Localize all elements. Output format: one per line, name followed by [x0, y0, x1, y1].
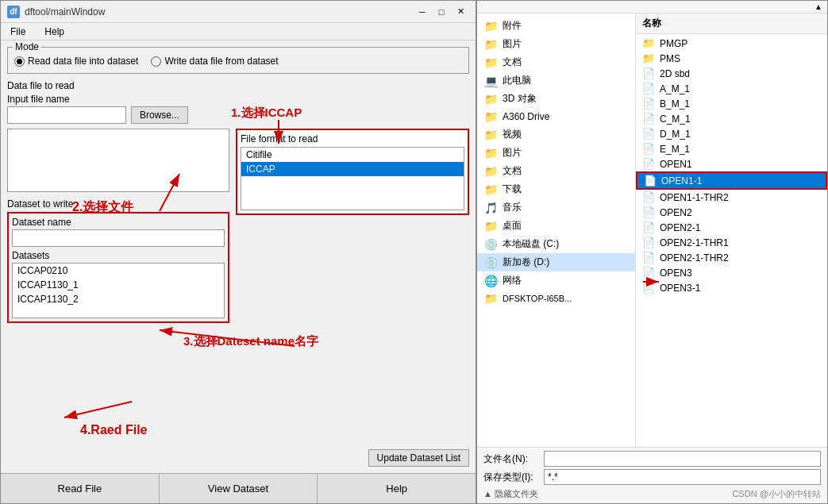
tree-item-图片[interactable]: 📁 图片 [477, 35, 635, 53]
close-button[interactable]: ✕ [452, 3, 469, 21]
file-list-header: 名称 [636, 13, 827, 34]
doc-icon: 📄 [642, 267, 655, 279]
folder-icon: 📁 [483, 129, 498, 141]
menu-file[interactable]: File [4, 25, 32, 39]
app-icon: df [7, 6, 20, 18]
dataset-name-label: Dataset name [12, 217, 225, 228]
doc-icon: 📄 [642, 83, 655, 94]
radio-write-label: Write data file from dataset [164, 56, 278, 67]
menu-help[interactable]: Help [38, 25, 71, 39]
maximize-button[interactable]: □ [433, 3, 450, 21]
doc-icon: 📄 [644, 175, 657, 187]
watermark: CSDN @小小的中转站 [733, 488, 821, 500]
data-file-label: Data file to read [7, 80, 469, 91]
disk-icon: 💿 [483, 256, 498, 269]
tree-item-3d[interactable]: 📁 3D 对象 [477, 90, 635, 108]
music-icon: 🎵 [483, 202, 498, 214]
doc-icon: 📄 [642, 67, 655, 79]
doc-icon: 📄 [642, 143, 655, 155]
tree-item-文档2[interactable]: 📁 文档 [477, 162, 635, 180]
file-item-open2[interactable]: 📄 OPEN2 [636, 205, 827, 220]
dataset-section-label: Dataset to write [7, 198, 229, 210]
dataset-name-input[interactable] [12, 229, 225, 247]
radio-read[interactable]: Read data file into dataset [14, 56, 138, 67]
scroll-up-btn[interactable]: ▲ [815, 2, 822, 11]
file-item-pms[interactable]: 📁 PMS [636, 51, 827, 66]
radio-write[interactable]: Write data file from dataset [151, 56, 278, 67]
file-item-open3-1[interactable]: 📄 OPEN3-1 [636, 280, 827, 295]
folder-icon: 📁 [483, 93, 498, 106]
datasets-label: Datasets [12, 250, 225, 261]
filename-input[interactable] [544, 451, 821, 467]
file-item-open2-1-thr2[interactable]: 📄 OPEN2-1-THR2 [636, 250, 827, 265]
tree-item-此电脑[interactable]: 💻 此电脑 [477, 71, 635, 90]
folder-icon: 📁 [642, 37, 655, 49]
view-dataset-button[interactable]: View Dataset [160, 474, 318, 503]
format-citifile[interactable]: Citifile [241, 148, 464, 162]
network-icon: 🌐 [483, 275, 498, 287]
disk-icon: 💿 [483, 238, 498, 251]
datasets-list: ICCAP0210 ICCAP1130_1 ICCAP1130_2 [12, 263, 225, 318]
dataset-item-1[interactable]: ICCAP1130_1 [13, 278, 224, 292]
file-format-label: File format to read [241, 133, 464, 144]
input-file-field[interactable] [7, 106, 126, 124]
doc-icon: 📄 [642, 113, 655, 125]
folder-icon: 📁 [483, 56, 498, 69]
computer-icon: 💻 [483, 75, 498, 87]
tree-item-下载[interactable]: 📁 下载 [477, 180, 635, 198]
file-item-cm1[interactable]: 📄 C_M_1 [636, 111, 827, 126]
filetype-input[interactable] [544, 469, 821, 485]
minimize-button[interactable]: ─ [414, 3, 431, 21]
dataset-item-0[interactable]: ICCAP0210 [13, 264, 224, 278]
tree-item-桌面[interactable]: 📁 桌面 [477, 217, 635, 235]
tree-item-a360[interactable]: 📁 A360 Drive [477, 108, 635, 125]
file-item-2dsbd[interactable]: 📄 2D sbd [636, 66, 827, 81]
file-item-open2-1[interactable]: 📄 OPEN2-1 [636, 220, 827, 235]
window-title: dftool/mainWindow [25, 6, 105, 17]
bottom-bar: Read File View Dataset Help [1, 473, 476, 503]
tree-item-视频[interactable]: 📁 视频 [477, 125, 635, 144]
file-list: 📁 PMGP 📁 PMS 📄 2D sbd 📄 A_M_1 [636, 34, 827, 447]
folder-icon: 📁 [483, 147, 498, 160]
file-item-em1[interactable]: 📄 E_M_1 [636, 141, 827, 156]
hide-folder-row[interactable]: ▲ 隐藏文件夹 [483, 488, 538, 500]
folder-icon: 📁 [483, 292, 498, 305]
file-item-dm1[interactable]: 📄 D_M_1 [636, 126, 827, 141]
file-item-pmgp[interactable]: 📁 PMGP [636, 36, 827, 51]
file-item-am1[interactable]: 📄 A_M_1 [636, 81, 827, 96]
folder-icon: 📁 [483, 220, 498, 233]
tree-item-dfsktop[interactable]: 📁 DFSKTOP-I65B... [477, 290, 635, 307]
file-item-open1[interactable]: 📄 OPEN1 [636, 156, 827, 171]
read-file-button[interactable]: Read File [1, 474, 160, 503]
help-button[interactable]: Help [318, 474, 476, 503]
format-iccap[interactable]: ICCAP [241, 162, 464, 176]
radio-write-circle [151, 56, 161, 67]
file-format-list[interactable]: Citifile ICCAP [241, 147, 464, 210]
doc-icon: 📄 [642, 158, 655, 170]
tree-item-附件[interactable]: 📁 附件 [477, 17, 635, 35]
tree-item-文档[interactable]: 📁 文档 [477, 53, 635, 71]
tree-item-network[interactable]: 🌐 网络 [477, 271, 635, 290]
folder-icon: 📁 [483, 20, 498, 33]
filename-label: 文件名(N): [483, 452, 539, 466]
tree-item-音乐[interactable]: 🎵 音乐 [477, 198, 635, 217]
tree-item-图片2[interactable]: 📁 图片 [477, 144, 635, 162]
filetype-label: 保存类型(I): [483, 471, 539, 484]
file-item-open1-1-thr2[interactable]: 📄 OPEN1-1-THR2 [636, 190, 827, 205]
file-browser-bottom: 文件名(N): 保存类型(I): ▲ 隐藏文件夹 CSDN @小小的中转站 [477, 447, 827, 503]
menu-bar: File Help [1, 23, 476, 40]
file-item-open3[interactable]: 📄 OPEN3 [636, 265, 827, 280]
title-bar: df dftool/mainWindow ─ □ ✕ [1, 1, 476, 23]
folder-icon: 📁 [642, 52, 655, 64]
tree-item-c-drive[interactable]: 💿 本地磁盘 (C:) [477, 235, 635, 253]
update-dataset-btn[interactable]: Update Dataset List [368, 449, 469, 467]
file-item-open1-1[interactable]: 📄 OPEN1-1 [636, 171, 827, 190]
file-item-bm1[interactable]: 📄 B_M_1 [636, 96, 827, 111]
browse-button[interactable]: Browse... [131, 106, 188, 124]
doc-icon: 📄 [642, 221, 655, 233]
doc-icon: 📄 [642, 206, 655, 218]
file-item-open2-1-thr1[interactable]: 📄 OPEN2-1-THR1 [636, 235, 827, 250]
dataset-item-2[interactable]: ICCAP1130_2 [13, 292, 224, 306]
tree-item-d-drive[interactable]: 💿 新加卷 (D:) [477, 253, 635, 271]
hide-folder-label: ▲ 隐藏文件夹 [483, 488, 538, 500]
